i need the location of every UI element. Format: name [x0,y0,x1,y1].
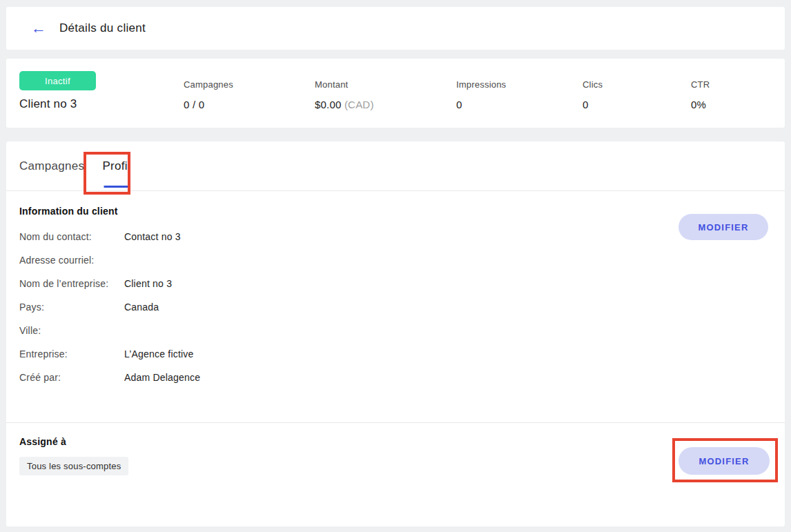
active-tab-indicator [104,186,129,188]
stat-value: 0% [691,99,710,110]
stat-clics: Clics 0 [583,59,691,128]
field-row-city: Ville: [19,325,785,336]
stat-value-suffix: (CAD) [342,99,374,110]
field-value: L’Agence fictive [124,348,193,359]
stat-value-text: 0 [583,99,589,110]
field-row-country: Pays: Canada [19,302,785,313]
stat-montant: Montant $0.00 (CAD) [315,59,456,128]
stat-label: CTR [691,79,710,90]
field-row-email: Adresse courriel: [19,255,785,266]
back-arrow-icon[interactable]: ← [31,21,46,36]
field-row-agency: Entreprise: L’Agence fictive [19,348,785,359]
field-value: Canada [124,302,159,313]
field-value: Contact no 3 [124,231,181,242]
field-row-created-by: Créé par: Adam Delagence [19,372,785,383]
stat-label: Campagnes [184,79,315,90]
tab-label: Campagnes [19,159,84,173]
edit-profile-button[interactable]: MODIFIER [678,214,768,240]
page-header: ← Détails du client [6,7,785,50]
client-stats-bar: Inactif Client no 3 Campagnes 0 / 0 Mont… [6,59,785,128]
client-summary: Inactif Client no 3 [6,59,184,128]
field-value: Adam Delagence [124,372,200,383]
page-title: Détails du client [59,21,146,35]
stat-value-text: 0% [691,99,706,110]
field-label: Entreprise: [19,348,124,359]
field-label: Adresse courriel: [19,255,124,266]
tab-campagnes[interactable]: Campagnes [19,141,84,190]
section-heading: Assigné à [19,436,785,447]
stat-value-text: 0 / 0 [184,99,204,110]
client-detail-card: Campagnes Profil Information du client N… [6,141,785,526]
stat-value-text: $0.00 [315,99,342,110]
field-row-contact-name: Nom du contact: Contact no 3 [19,231,785,242]
field-value: Client no 3 [124,278,172,289]
stat-label: Montant [315,79,456,90]
stat-impressions: Impressions 0 [456,59,583,128]
tab-label: Profil [102,159,130,173]
client-information-section: Information du client Nom du contact: Co… [6,191,785,422]
stat-value: 0 [583,99,691,110]
stat-campagnes: Campagnes 0 / 0 [184,59,315,128]
assigned-chip: Tous les sous-comptes [19,457,128,475]
status-badge: Inactif [19,71,96,90]
field-row-company-name: Nom de l’entreprise: Client no 3 [19,278,785,289]
stat-value-text: 0 [456,99,462,110]
field-label: Nom du contact: [19,231,124,242]
edit-assigned-button[interactable]: MODIFIER [678,447,770,475]
tab-profil[interactable]: Profil [102,141,130,190]
client-name: Client no 3 [19,97,184,111]
assigned-section: Assigné à Tous les sous-comptes [6,422,785,526]
tab-bar: Campagnes Profil [6,141,785,191]
stat-label: Impressions [456,79,583,90]
stat-value: 0 [456,99,583,110]
stat-ctr: CTR 0% [691,59,710,128]
field-label: Créé par: [19,372,124,383]
field-label: Pays: [19,302,124,313]
stat-value: $0.00 (CAD) [315,99,456,110]
stat-label: Clics [583,79,691,90]
section-heading: Information du client [19,206,785,217]
field-label: Nom de l’entreprise: [19,278,124,289]
field-label: Ville: [19,325,124,336]
stat-value: 0 / 0 [184,99,315,110]
